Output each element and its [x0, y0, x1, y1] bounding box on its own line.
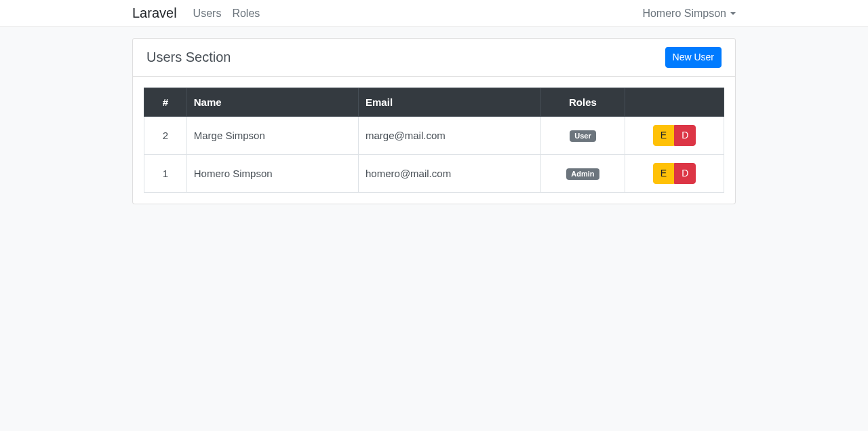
action-button-group: E D: [653, 125, 696, 146]
user-name-label: Homero Simpson: [642, 7, 726, 20]
table-header-row: # Name Email Roles: [144, 88, 724, 117]
edit-button[interactable]: E: [653, 163, 674, 184]
cell-email: marge@mail.com: [359, 117, 541, 155]
main-content: Users Section New User # Name Email Role…: [122, 27, 746, 204]
table-row: 2 Marge Simpson marge@mail.com User E D: [144, 117, 724, 155]
navbar-left: Laravel Users Roles: [132, 5, 265, 21]
cell-id: 1: [144, 155, 187, 193]
role-badge: Admin: [566, 168, 599, 180]
users-table: # Name Email Roles 2 Marge Simpson marge…: [144, 88, 724, 193]
th-actions: [625, 88, 724, 117]
delete-button[interactable]: D: [674, 163, 696, 184]
chevron-down-icon: [730, 12, 736, 15]
brand-link[interactable]: Laravel: [132, 5, 177, 21]
edit-button[interactable]: E: [653, 125, 674, 146]
th-name: Name: [186, 88, 358, 117]
cell-role: Admin: [540, 155, 625, 193]
action-button-group: E D: [653, 163, 696, 184]
cell-id: 2: [144, 117, 187, 155]
nav-link-users[interactable]: Users: [188, 2, 227, 24]
card-header: Users Section New User: [133, 39, 735, 77]
nav-links: Users Roles: [188, 7, 266, 20]
cell-actions: E D: [625, 155, 724, 193]
cell-role: User: [540, 117, 625, 155]
delete-button[interactable]: D: [674, 125, 696, 146]
nav-link-roles[interactable]: Roles: [226, 2, 265, 24]
cell-actions: E D: [625, 117, 724, 155]
users-card: Users Section New User # Name Email Role…: [132, 38, 736, 204]
role-badge: User: [570, 130, 595, 142]
user-dropdown[interactable]: Homero Simpson: [642, 7, 736, 20]
cell-email: homero@mail.com: [359, 155, 541, 193]
th-roles: Roles: [540, 88, 625, 117]
navbar: Laravel Users Roles Homero Simpson: [0, 0, 868, 27]
cell-name: Marge Simpson: [186, 117, 358, 155]
navbar-right: Homero Simpson: [642, 7, 736, 20]
card-body: # Name Email Roles 2 Marge Simpson marge…: [133, 77, 735, 204]
cell-name: Homero Simpson: [186, 155, 358, 193]
page-title: Users Section: [146, 50, 231, 65]
table-row: 1 Homero Simpson homero@mail.com Admin E…: [144, 155, 724, 193]
new-user-button[interactable]: New User: [665, 47, 722, 68]
th-id: #: [144, 88, 187, 117]
th-email: Email: [359, 88, 541, 117]
